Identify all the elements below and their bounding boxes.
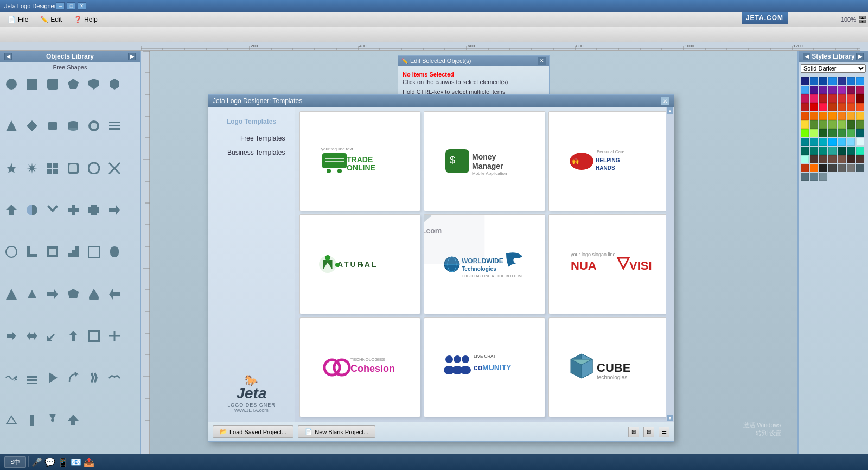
shape-double-arrow[interactable] <box>23 327 41 345</box>
color-swatch[interactable] <box>810 77 818 85</box>
shape-star[interactable] <box>2 159 21 177</box>
shape-horizontal-lines[interactable] <box>105 117 124 135</box>
maximize-button[interactable]: □ <box>67 2 75 10</box>
shape-cross[interactable] <box>64 201 82 219</box>
shape-triangle[interactable] <box>2 117 21 135</box>
template-nua-vision[interactable]: your logo slogan line NUA VISION <box>548 214 669 314</box>
color-swatch[interactable] <box>856 77 864 85</box>
shape-bird[interactable] <box>105 369 124 387</box>
color-swatch[interactable] <box>838 77 846 85</box>
taskbar-mic-icon[interactable]: 🎤 <box>31 457 42 467</box>
color-swatch[interactable] <box>819 77 827 85</box>
view-list-button[interactable]: ☰ <box>659 427 669 437</box>
color-swatch[interactable] <box>819 147 827 155</box>
edit-panel-close-button[interactable]: ✕ <box>538 57 546 65</box>
color-swatch[interactable] <box>801 173 809 181</box>
scroll-down-button[interactable]: ▼ <box>667 415 673 421</box>
color-swatch[interactable] <box>847 112 855 120</box>
styles-prev-button[interactable]: ◀ <box>803 53 810 60</box>
panel-next-button[interactable]: ▶ <box>128 53 136 60</box>
color-swatch[interactable] <box>801 86 809 94</box>
shape-chevrons[interactable] <box>85 369 103 387</box>
color-swatch[interactable] <box>838 86 846 94</box>
shape-caret-up[interactable] <box>2 411 21 429</box>
shape-steps[interactable] <box>64 243 82 261</box>
color-swatch[interactable] <box>810 129 818 137</box>
color-swatch[interactable] <box>819 164 827 172</box>
templates-scrollbar[interactable]: ▲ ▼ <box>666 107 674 422</box>
color-swatch[interactable] <box>838 112 846 120</box>
shape-pentagon[interactable] <box>64 75 82 93</box>
shape-hexagon[interactable] <box>105 75 124 93</box>
panel-prev-button[interactable]: ◀ <box>4 53 12 60</box>
shape-drop[interactable] <box>85 285 103 303</box>
shape-arrow-left[interactable] <box>105 285 124 303</box>
shape-rounded-square[interactable] <box>43 117 62 135</box>
template-worldwide[interactable]: WORLDWIDE Technologies LOGO TAG LINE AT … <box>424 214 545 314</box>
color-swatch[interactable] <box>828 147 837 155</box>
color-swatch[interactable] <box>801 120 809 129</box>
template-cube[interactable]: CUBE technologies <box>548 317 669 417</box>
shape-diamond[interactable] <box>23 117 41 135</box>
shape-arrow-up[interactable] <box>2 201 21 219</box>
templates-dialog-close-button[interactable]: ✕ <box>661 97 669 105</box>
color-swatch[interactable] <box>847 164 855 172</box>
color-swatch[interactable] <box>801 94 809 103</box>
color-swatch[interactable] <box>838 138 846 146</box>
shape-thin-frame[interactable] <box>85 327 103 345</box>
canvas-area[interactable]: ✏️ Edit Selected Object(s) ✕ No Items Se… <box>150 51 797 454</box>
shape-triangle3[interactable] <box>23 285 41 303</box>
shape-triangle2[interactable] <box>2 285 21 303</box>
shape-square-solid[interactable] <box>23 75 41 93</box>
close-button[interactable]: ✕ <box>78 2 86 10</box>
taskbar-s-button[interactable]: S中 <box>4 456 26 468</box>
color-swatch[interactable] <box>810 164 818 172</box>
view-medium-button[interactable]: ⊟ <box>643 427 654 437</box>
color-swatch[interactable] <box>828 77 837 85</box>
scroll-up-button[interactable]: ▲ <box>667 107 673 114</box>
color-swatch[interactable] <box>801 129 809 137</box>
color-swatch[interactable] <box>810 103 818 111</box>
color-swatch[interactable] <box>828 164 837 172</box>
shape-rounded-rect[interactable] <box>43 75 62 93</box>
shape-rounded-frame[interactable] <box>64 159 82 177</box>
shape-circle-solid[interactable] <box>2 75 21 93</box>
shape-frame[interactable] <box>43 243 62 261</box>
shape-circle-ring[interactable] <box>85 117 103 135</box>
color-swatch[interactable] <box>819 103 827 111</box>
color-swatch[interactable] <box>819 86 827 94</box>
color-swatch[interactable] <box>856 94 864 103</box>
styles-select[interactable]: Solid Darker <box>801 64 866 73</box>
shape-wave-arrow[interactable] <box>2 369 21 387</box>
color-swatch[interactable] <box>801 164 809 172</box>
shape-grid[interactable] <box>43 159 62 177</box>
color-swatch[interactable] <box>810 155 818 163</box>
shape-circle-outline[interactable] <box>85 159 103 177</box>
color-swatch[interactable] <box>847 86 855 94</box>
shape-shield[interactable] <box>85 75 103 93</box>
menu-file[interactable]: 📄 File <box>2 14 34 25</box>
template-trade-online[interactable]: your tag line text TRADE ONLINE <box>299 111 420 211</box>
color-swatch[interactable] <box>810 86 818 94</box>
color-swatch[interactable] <box>810 112 818 120</box>
template-community[interactable]: LIVE CHAT co MUNITY <box>424 317 545 417</box>
color-swatch[interactable] <box>847 120 855 129</box>
color-swatch[interactable] <box>838 147 846 155</box>
color-swatch[interactable] <box>828 120 837 129</box>
shape-cylinder[interactable] <box>64 117 82 135</box>
shape-chevron-down[interactable] <box>43 201 62 219</box>
shape-ribbon[interactable] <box>23 411 41 429</box>
shape-fan[interactable] <box>43 411 62 429</box>
template-money-manager[interactable]: $ Money Manager Mobile Application <box>424 111 545 211</box>
color-swatch[interactable] <box>810 173 818 181</box>
color-swatch[interactable] <box>847 155 855 163</box>
color-swatch[interactable] <box>856 147 864 155</box>
shape-arrow-right[interactable] <box>105 201 124 219</box>
shape-play[interactable] <box>43 369 62 387</box>
shape-arrow-down-left[interactable] <box>43 327 62 345</box>
shape-arrow-right2[interactable] <box>43 285 62 303</box>
color-swatch[interactable] <box>847 129 855 137</box>
minimize-button[interactable]: ─ <box>56 2 65 10</box>
new-blank-project-button[interactable]: 📄 New Blank Project... <box>298 425 375 438</box>
shape-arrow-up2[interactable] <box>64 327 82 345</box>
